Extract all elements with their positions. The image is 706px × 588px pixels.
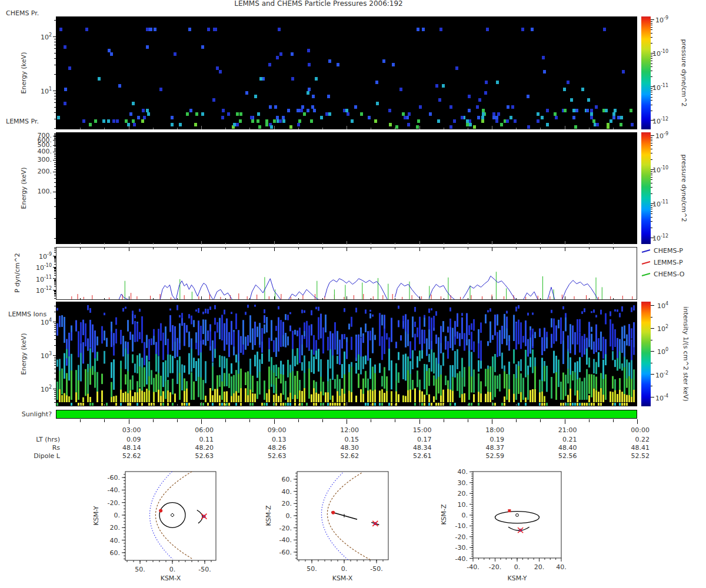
orbit_yz-x-tick-label: -20. [489,563,501,571]
panel4-x-tick [540,404,541,406]
chems-pressure-cell [407,123,410,126]
time-row-value-dipolel: 52.63 [166,452,214,460]
time-row-value-rs: 48.41 [602,444,650,452]
p2-y-minor-tick [54,218,56,219]
orbit_yz-y-tick-label: 0. [462,512,468,519]
chems-pressure-cell [251,119,254,123]
p2-y-minor-tick [54,139,56,140]
chems-pressure-cell [313,109,316,112]
panel3-x-tick [225,298,226,300]
p3-y-minor-tick [54,293,56,293]
time-axis-minor-tick [225,419,226,422]
orbit_xy-x-tick-label: 0. [169,566,176,573]
chems-pressure-cell [268,63,271,66]
orbit_yz-titan-orbit [495,512,540,523]
panel4-x-tick [153,404,154,406]
orbit_yz-y-tick-label: -10. [455,522,468,530]
panel3-x-top-tick [129,248,129,251]
chems-pressure-cell [614,109,617,112]
cb3-tick-label: 104 [638,301,668,310]
panel4-x-tick [516,404,517,406]
cb1-minor-tick [651,29,652,30]
panel4-x-tick [274,402,275,406]
orbit_xy-titan-position [159,509,162,513]
chems-pressure-cell [297,109,300,112]
panel3-x-top-tick [153,248,154,249]
cb1-minor-tick [651,92,652,92]
panel3-x-tick [80,298,81,300]
chems-pressure-cell [563,88,566,91]
chems-pressure-cell [345,109,348,112]
orbit_yz-y-tick-label: 20. [458,490,468,497]
p3-y-minor-tick [54,269,56,269]
p4-y-minor-tick [54,357,56,358]
chems-pressure-cell [257,119,259,123]
orbit_xz-y-tick-label: 60. [282,476,292,483]
p2-y-minor-tick [54,206,56,207]
orbit3-xlabel: KSM-Y [494,574,541,582]
orbit-plots: 50.0.-50.-60.-40.-20.0.20.40.60.50.0.-50… [82,467,588,588]
chems-pressure-cell [64,102,66,105]
p1-y-tick-label: 102 [21,32,52,41]
panel-lemms-pressure-spectrogram [56,132,637,244]
panel1-x-tick [153,128,154,129]
row-label-sunlight: Sunlight? [0,410,52,418]
p1-y-minor-tick [54,107,56,108]
cb1-minor-tick [651,90,652,91]
chems-pressure-cell [300,109,303,112]
p2-y-minor-tick [54,169,56,170]
chems-pressure-cell [485,81,488,84]
chems-pressure-cell [154,28,156,31]
chems-pressure-cell [221,116,224,119]
orbit_yz-x-tick-label: -40. [467,563,479,571]
panel3-x-tick [201,296,202,300]
panel1-x-tick [80,128,81,129]
cb2-minor-tick [651,205,652,206]
chems-pressure-cell [276,116,279,119]
time-row-value-lthrs: 0.17 [385,436,432,443]
chems-pressure-cell [64,45,66,49]
panel4-x-tick [322,404,323,406]
panel2-x-tick [153,243,154,245]
cb2-minor-tick [651,179,652,180]
cb2-tick-label: 10-12 [638,233,668,242]
p2-y-minor-tick [54,178,56,179]
time-row-label-lt: LT (hrs) [0,436,60,443]
panel3-x-tick [347,296,347,300]
p3-y-minor-tick [54,291,56,292]
chems-pressure-cell [315,77,318,81]
time-row-value-lthrs: 0.22 [602,436,650,443]
chems-pressure-cell [375,81,378,84]
panel3-x-top-tick [468,248,468,249]
panel3-x-tick [104,298,105,300]
panel2-x-tick [274,241,275,245]
chems-pressure-cell [376,102,379,105]
chems-pressure-cell [137,116,140,119]
p4-y-major-tick [53,322,56,322]
chems-pressure-cell [307,49,310,52]
panel3-x-top-tick [395,248,395,249]
chems-pressure-cell [612,112,615,116]
chems-pressure-cell [478,98,481,102]
p2-y-major-tick [53,152,56,152]
chems-pressure-cell [581,88,584,91]
panel3-x-top-tick [177,248,178,249]
chems-pressure-cell [312,95,315,98]
orbit_xy-saturn-marker [171,513,174,517]
p3-y-minor-tick [54,293,56,294]
chems-pressure-cell [449,125,452,129]
cb1-minor-tick [651,55,652,55]
panel1-x-tick [371,128,371,129]
chems-pressure-cell [278,28,281,31]
cb2-minor-tick [651,209,652,209]
orbit_xy-x-tick-label: 50. [135,566,145,573]
cb2-minor-tick [651,193,652,194]
p3-y-minor-tick [54,285,56,285]
time-row-value-rs: 48.37 [457,444,504,452]
cb3-tick-label: 100 [638,347,668,356]
panel4-x-tick [395,404,395,406]
chems-pressure-cell [254,95,257,98]
p3-y-minor-tick [54,281,56,282]
panel3-x-tick [419,296,420,300]
chems-pressure-cell [416,125,419,129]
